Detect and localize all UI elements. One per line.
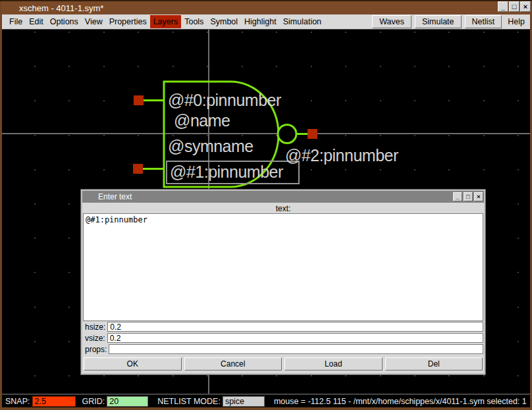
inversion-bubble[interactable]: [278, 125, 296, 143]
ok-button[interactable]: OK: [84, 357, 182, 371]
canvas[interactable]: @#0:pinnumber @name @symname @#1:pinnumb…: [2, 30, 530, 394]
menu-file[interactable]: File: [6, 15, 26, 28]
vsize-label: vsize:: [85, 334, 105, 343]
enter-text-dialog: Enter text _ □ × text: @#1:pinnumber hsi…: [81, 190, 485, 374]
vsize-row: vsize:: [82, 332, 484, 344]
dialog-title: Enter text: [98, 192, 132, 201]
text-input-area[interactable]: @#1:pinnumber: [83, 213, 483, 321]
label-pin0-pinnumber[interactable]: @#0:pinnumber: [168, 91, 281, 110]
vsize-input[interactable]: [107, 333, 483, 343]
del-button[interactable]: Del: [385, 357, 483, 371]
snap-value-field[interactable]: 2.5: [32, 396, 76, 407]
menubar: File Edit Options View Properties Layers…: [2, 14, 530, 30]
dialog-minimize-icon[interactable]: _: [453, 192, 462, 201]
maximize-icon[interactable]: □: [509, 1, 519, 12]
menu-help[interactable]: Help: [505, 15, 530, 28]
simulate-button[interactable]: Simulate: [415, 15, 462, 28]
load-button[interactable]: Load: [284, 357, 383, 371]
menu-properties[interactable]: Properties: [106, 15, 150, 28]
hsize-label: hsize:: [85, 322, 105, 332]
xschem-window: xschem - 4011-1.sym* _ □ × File Edit Opt…: [0, 0, 532, 410]
statusbar: SNAP: 2.5 GRID: 20 NETLIST MODE: spice m…: [2, 394, 530, 407]
menubar-right: Waves Simulate Netlist Help: [372, 15, 530, 28]
window-title: xschem - 4011-1.sym*: [19, 3, 103, 13]
props-input[interactable]: [109, 344, 483, 354]
netlist-mode-label: NETLIST MODE:: [157, 397, 221, 406]
dialog-maximize-icon[interactable]: □: [464, 192, 473, 201]
dialog-buttons: OK Cancel Load Del: [82, 355, 484, 371]
dialog-titlebar[interactable]: Enter text _ □ ×: [82, 191, 484, 203]
menu-options[interactable]: Options: [47, 15, 82, 28]
pin-square-out[interactable]: [307, 129, 317, 139]
netlist-mode-field[interactable]: spice: [223, 396, 265, 407]
minimize-icon[interactable]: _: [498, 1, 508, 12]
text-field-label: text:: [82, 203, 484, 213]
cancel-button[interactable]: Cancel: [184, 357, 282, 371]
titlebar[interactable]: xschem - 4011-1.sym*: [1, 1, 531, 14]
menu-highlight[interactable]: Highlight: [241, 15, 280, 28]
pin-square-a[interactable]: [134, 95, 144, 105]
grid-value-field[interactable]: 20: [107, 396, 148, 407]
window-controls: _ □ ×: [498, 1, 531, 12]
dialog-close-icon[interactable]: ×: [474, 192, 483, 201]
hsize-input[interactable]: [107, 322, 483, 332]
mouse-status-text: mouse = -112.5 115 - /mnt/x/home/schippe…: [274, 397, 527, 406]
pin-square-b[interactable]: [133, 164, 143, 174]
menu-simulation[interactable]: Simulation: [280, 15, 325, 28]
label-symname[interactable]: @symname: [168, 138, 253, 156]
grid-label: GRID:: [82, 397, 105, 406]
menu-view[interactable]: View: [82, 15, 106, 28]
label-name[interactable]: @name: [174, 112, 230, 130]
text-selection-box: [166, 161, 300, 184]
netlist-button[interactable]: Netlist: [465, 15, 502, 28]
label-pin2-pinnumber[interactable]: @#2:pinnumber: [285, 147, 398, 165]
snap-label: SNAP:: [5, 397, 30, 406]
menu-tools[interactable]: Tools: [181, 15, 207, 28]
hsize-row: hsize:: [82, 321, 484, 332]
dialog-window-controls: _ □ ×: [453, 192, 483, 201]
waves-button[interactable]: Waves: [372, 15, 412, 28]
props-label: props:: [85, 345, 107, 354]
close-icon[interactable]: ×: [520, 1, 531, 12]
menu-edit[interactable]: Edit: [26, 15, 47, 28]
menu-layers[interactable]: Layers: [150, 15, 182, 28]
props-row: props:: [82, 344, 484, 355]
menu-symbol[interactable]: Symbol: [207, 15, 241, 28]
